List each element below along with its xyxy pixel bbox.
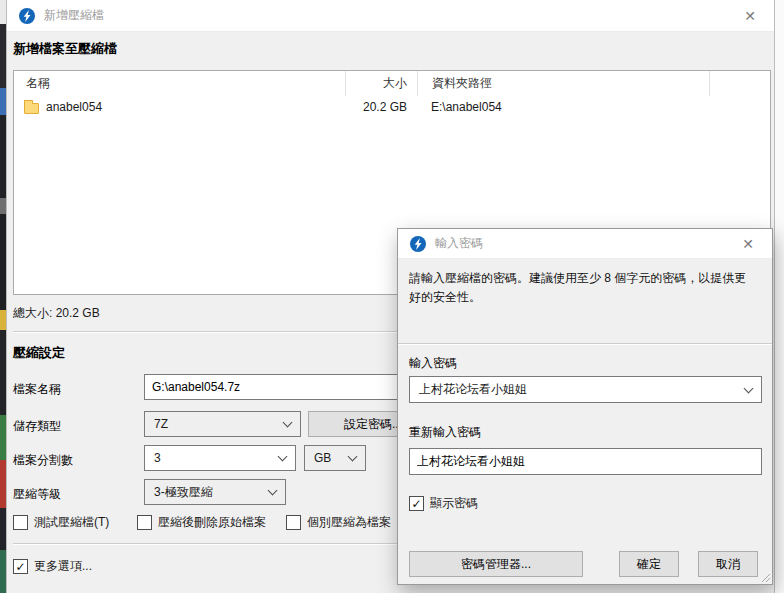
password-hint-text: 請輸入壓縮檔的密碼。建議使用至少 8 個字元的密碼，以提供更好的安全性。 — [409, 269, 747, 307]
filename-label: 檔案名稱 — [13, 381, 61, 398]
dialog-close-icon[interactable]: ✕ — [736, 233, 760, 255]
total-size-label: 總大小: 20.2 GB — [13, 305, 100, 322]
compression-level-value: 3-極致壓縮 — [154, 484, 213, 501]
main-window-title: 新增壓縮檔 — [44, 7, 104, 24]
compress-individually-label: 個別壓縮為檔案 — [307, 514, 391, 531]
split-unit-value: GB — [314, 451, 331, 465]
split-unit-select[interactable]: GB — [304, 445, 366, 471]
archive-type-label: 儲存類型 — [13, 418, 61, 435]
file-size: 20.2 GB — [345, 100, 417, 114]
cancel-button[interactable]: 取消 — [698, 551, 758, 577]
folder-icon — [24, 103, 39, 114]
table-row[interactable]: anabel054 20.2 GB E:\anabel054 — [14, 96, 770, 118]
show-password-toggle[interactable]: ✓ 顯示密碼 — [409, 495, 478, 512]
checkbox-unchecked[interactable] — [137, 515, 152, 530]
test-archive-option[interactable]: 測試壓縮檔(T) — [13, 514, 109, 531]
file-path: E:\anabel054 — [417, 100, 709, 114]
bandizip-app-icon — [19, 8, 35, 24]
split-label: 檔案分割數 — [13, 452, 73, 469]
show-password-label: 顯示密碼 — [430, 495, 478, 512]
compress-individually-option[interactable]: 個別壓縮為檔案 — [286, 514, 391, 531]
settings-header: 壓縮設定 — [13, 344, 65, 362]
checkbox-checked[interactable]: ✓ — [13, 559, 28, 574]
delete-after-label: 壓縮後刪除原始檔案 — [158, 514, 266, 531]
more-options-label: 更多選項... — [34, 558, 92, 575]
column-header-fill — [709, 71, 770, 96]
delete-after-option[interactable]: 壓縮後刪除原始檔案 — [137, 514, 266, 531]
split-count-combo[interactable]: 3 — [144, 445, 296, 471]
chevron-down-icon — [268, 486, 278, 496]
file-list-header: 名稱 大小 資料夾路徑 — [14, 71, 770, 96]
chevron-down-icon — [283, 418, 293, 428]
password-dialog: 輸入密碼 ✕ 請輸入壓縮檔的密碼。建議使用至少 8 個字元的密碼，以提供更好的安… — [397, 228, 773, 585]
archive-type-value: 7Z — [154, 417, 168, 431]
checkbox-unchecked[interactable] — [286, 515, 301, 530]
more-options-toggle[interactable]: ✓ 更多選項... — [13, 558, 92, 575]
password-value: 上村花论坛看小姐姐 — [419, 381, 527, 398]
chevron-down-icon — [278, 452, 288, 462]
section-header: 新增檔案至壓縮檔 — [13, 40, 117, 58]
password-manager-button[interactable]: 密碼管理器... — [409, 551, 583, 577]
column-header-path[interactable]: 資料夾路徑 — [417, 71, 709, 96]
password-combo[interactable]: 上村花论坛看小姐姐 — [409, 376, 762, 403]
confirm-password-label: 重新輸入密碼 — [409, 424, 481, 441]
file-name: anabel054 — [46, 100, 102, 114]
main-window-titlebar[interactable]: 新增壓縮檔 ✕ — [7, 0, 774, 32]
main-close-icon[interactable]: ✕ — [738, 5, 762, 27]
ok-button[interactable]: 確定 — [619, 551, 679, 577]
dialog-title: 輸入密碼 — [435, 235, 483, 252]
separator — [398, 343, 772, 345]
dialog-titlebar[interactable]: 輸入密碼 ✕ — [398, 229, 772, 259]
chevron-down-icon — [348, 452, 358, 462]
column-header-name[interactable]: 名稱 — [14, 71, 345, 96]
confirm-password-input[interactable] — [409, 448, 762, 475]
resize-grip-icon[interactable] — [760, 572, 770, 582]
column-header-size[interactable]: 大小 — [345, 71, 417, 96]
archive-type-select[interactable]: 7Z — [144, 411, 301, 437]
chevron-down-icon — [744, 383, 754, 393]
split-count-value: 3 — [154, 451, 161, 465]
checkbox-checked[interactable]: ✓ — [409, 496, 424, 511]
level-label: 壓縮等級 — [13, 486, 61, 503]
compression-level-select[interactable]: 3-極致壓縮 — [144, 479, 286, 505]
bandizip-app-icon — [410, 236, 426, 252]
password-label: 輸入密碼 — [409, 355, 457, 372]
checkbox-unchecked[interactable] — [13, 515, 28, 530]
test-archive-label: 測試壓縮檔(T) — [34, 514, 109, 531]
